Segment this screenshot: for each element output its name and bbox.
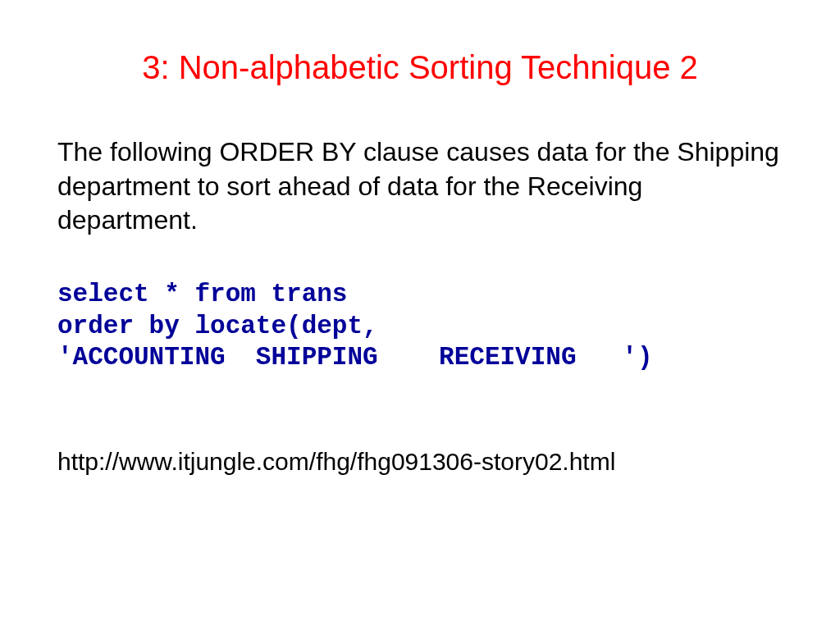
- slide-title: 3: Non-alphabetic Sorting Technique 2: [57, 49, 783, 86]
- reference-link: http://www.itjungle.com/fhg/fhg091306-st…: [57, 448, 783, 476]
- sql-code-block: select * from trans order by locate(dept…: [57, 279, 783, 374]
- slide-body-text: The following ORDER BY clause causes dat…: [57, 135, 783, 238]
